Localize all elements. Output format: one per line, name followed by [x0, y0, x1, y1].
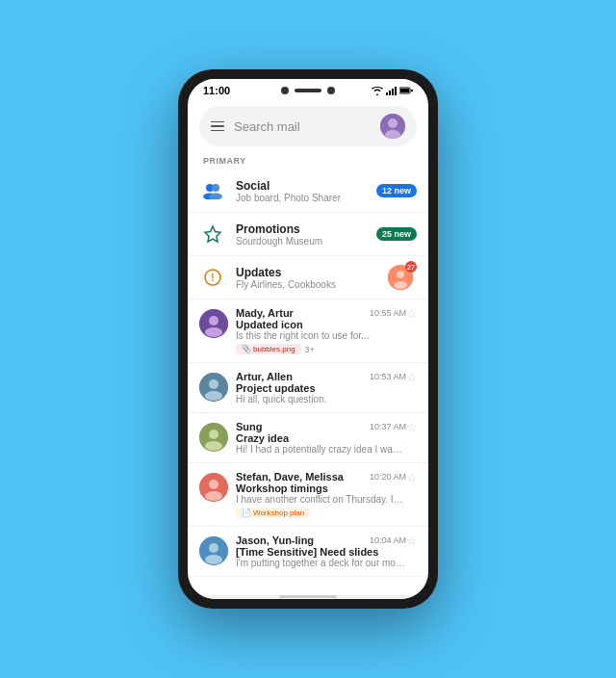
bottom-bar — [188, 595, 428, 599]
social-info: Social Job board, Photo Sharer — [236, 179, 376, 203]
star-icon[interactable]: ☆ — [406, 471, 417, 484]
status-time: 11:00 — [203, 85, 230, 96]
svg-rect-6 — [411, 90, 413, 91]
svg-rect-3 — [395, 87, 397, 95]
email-attachments: 📎 bubbles.png 3+ — [236, 344, 406, 354]
user-avatar[interactable] — [380, 114, 405, 139]
phone-frame: 11:00 — [178, 69, 438, 609]
extra-count: 3+ — [305, 345, 315, 354]
star-icon[interactable]: ☆ — [406, 421, 417, 434]
email-content: Stefan, Dave, Melissa 10:20 AM Workshop … — [236, 471, 406, 518]
email-header: Stefan, Dave, Melissa 10:20 AM — [236, 471, 406, 482]
email-row[interactable]: Artur, Allen 10:53 AM Project updates Hi… — [188, 363, 428, 413]
email-actions: ☆ — [406, 307, 417, 321]
email-actions: ☆ — [406, 535, 417, 548]
email-content: Artur, Allen 10:53 AM Project updates Hi… — [236, 371, 406, 404]
phone-notch — [281, 87, 335, 94]
attachment-chip: 📎 bubbles.png — [236, 344, 301, 354]
email-avatar — [199, 309, 228, 338]
doc-icon: 📄 — [242, 508, 251, 517]
email-subject: [Time Sensitive] Need slides — [236, 546, 406, 558]
svg-point-17 — [397, 271, 404, 278]
phone-screen: 11:00 — [188, 79, 428, 599]
email-row[interactable]: Sung 10:37 AM Crazy idea Hi! I had a pot… — [188, 413, 428, 463]
search-input[interactable]: Search mail — [234, 119, 371, 134]
email-actions: ☆ — [406, 371, 417, 384]
star-icon[interactable]: ☆ — [406, 307, 417, 321]
email-sender: Artur, Allen — [236, 371, 293, 382]
svg-point-33 — [205, 555, 222, 564]
svg-text:!: ! — [211, 273, 214, 283]
category-social[interactable]: Social Job board, Photo Sharer 12 new — [188, 170, 428, 213]
email-subject: Updated icon — [236, 319, 406, 330]
email-content: Sung 10:37 AM Crazy idea Hi! I had a pot… — [236, 421, 406, 455]
email-attachments: 📄 Workshop plan — [236, 508, 406, 518]
email-row[interactable]: Jason, Yun-ling 10:04 AM [Time Sensitive… — [188, 527, 428, 577]
front-camera — [281, 87, 289, 94]
primary-label: PRIMARY — [188, 154, 428, 170]
category-updates[interactable]: ! Updates Fly Airlines, Cookbooks 27 — [188, 256, 428, 300]
email-avatar — [199, 373, 228, 402]
svg-point-30 — [205, 491, 222, 501]
social-icon — [199, 177, 226, 204]
promotions-info: Promotions Sourdough Museum — [236, 222, 376, 247]
email-actions: ☆ — [406, 421, 417, 434]
promotions-sub: Sourdough Museum — [236, 236, 376, 247]
promotions-icon — [199, 221, 226, 248]
svg-point-23 — [209, 379, 218, 389]
star-icon[interactable]: ☆ — [406, 535, 417, 548]
home-indicator[interactable] — [279, 595, 337, 598]
social-name: Social — [236, 179, 376, 193]
attach-icon: 📎 — [242, 345, 251, 353]
email-preview: I'm putting together a deck for our mont… — [236, 558, 406, 568]
email-avatar — [199, 423, 228, 452]
email-sender: Sung — [236, 421, 263, 432]
svg-rect-0 — [386, 92, 388, 95]
email-subject: Project updates — [236, 382, 406, 394]
email-row[interactable]: Mady, Artur 10:55 AM Updated icon Is thi… — [188, 300, 428, 363]
email-header: Jason, Yun-ling 10:04 AM — [236, 535, 406, 546]
wifi-icon — [372, 87, 383, 95]
social-badge: 12 new — [376, 184, 417, 197]
category-promotions[interactable]: Promotions Sourdough Museum 25 new — [188, 213, 428, 256]
email-subject: Workshop timings — [236, 482, 406, 494]
content-area: Social Job board, Photo Sharer 12 new Pr… — [188, 170, 428, 595]
social-sub: Job board, Photo Sharer — [236, 193, 376, 203]
email-time: 10:53 AM — [370, 372, 406, 381]
svg-point-11 — [212, 184, 219, 192]
svg-rect-2 — [392, 89, 394, 95]
svg-rect-1 — [389, 91, 391, 95]
email-time: 10:20 AM — [370, 472, 406, 482]
svg-point-32 — [209, 543, 218, 553]
svg-point-20 — [209, 316, 218, 326]
email-header: Sung 10:37 AM — [236, 421, 406, 432]
promotions-badge: 25 new — [376, 227, 417, 241]
email-avatar — [199, 473, 228, 502]
star-icon[interactable]: ☆ — [406, 371, 417, 384]
updates-avatar: 27 — [388, 265, 413, 290]
updates-icon: ! — [199, 264, 226, 291]
email-row[interactable]: Stefan, Dave, Melissa 10:20 AM Workshop … — [188, 463, 428, 527]
search-bar[interactable]: Search mail — [199, 106, 417, 146]
svg-point-21 — [205, 327, 222, 337]
battery-icon — [399, 87, 413, 94]
updates-name: Updates — [236, 266, 388, 279]
hamburger-menu[interactable] — [211, 121, 224, 132]
email-actions: ☆ — [406, 471, 417, 484]
email-header: Mady, Artur 10:55 AM — [236, 307, 406, 319]
email-avatar — [199, 536, 228, 565]
email-content: Jason, Yun-ling 10:04 AM [Time Sensitive… — [236, 535, 406, 568]
front-sensor — [327, 87, 335, 94]
svg-rect-5 — [400, 89, 409, 92]
email-sender: Mady, Artur — [236, 307, 294, 319]
updates-avatar-wrapper: 27 — [388, 265, 413, 290]
signal-icon — [386, 87, 397, 95]
email-preview: I have another conflict on Thursday. Is … — [236, 494, 406, 505]
email-preview: Hi all, quick question. — [236, 394, 406, 404]
svg-point-18 — [394, 281, 407, 289]
email-time: 10:37 AM — [370, 422, 406, 431]
svg-point-26 — [209, 430, 218, 439]
email-subject: Crazy idea — [236, 432, 406, 444]
svg-point-8 — [388, 118, 398, 128]
email-header: Artur, Allen 10:53 AM — [236, 371, 406, 382]
